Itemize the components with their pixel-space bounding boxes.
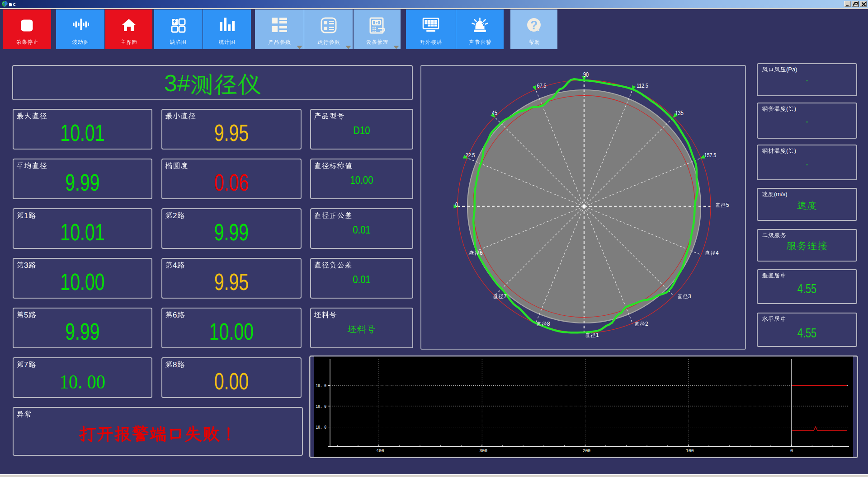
svg-text:): ) bbox=[794, 147, 796, 154]
svg-text:2: 2 bbox=[173, 211, 177, 220]
svg-text:3#: 3# bbox=[164, 70, 190, 96]
svg-text:6: 6 bbox=[173, 311, 177, 319]
svg-text:(Pa): (Pa) bbox=[786, 66, 797, 73]
svg-text:4: 4 bbox=[173, 261, 177, 270]
svg-text:7: 7 bbox=[504, 293, 507, 299]
svg-text:?: ? bbox=[530, 19, 538, 32]
svg-text:3: 3 bbox=[24, 261, 28, 270]
svg-text:-100: -100 bbox=[683, 449, 694, 454]
svg-text:10. 0: 10. 0 bbox=[316, 383, 327, 388]
svg-text:7: 7 bbox=[24, 360, 28, 369]
svg-text:8: 8 bbox=[173, 360, 177, 369]
svg-text:-200: -200 bbox=[580, 449, 591, 454]
svg-text:10. 0: 10. 0 bbox=[316, 404, 327, 409]
svg-text:-400: -400 bbox=[373, 449, 384, 454]
svg-text:4: 4 bbox=[716, 250, 719, 256]
svg-text:(m/s): (m/s) bbox=[774, 191, 788, 197]
svg-text:3: 3 bbox=[688, 293, 691, 299]
svg-text:(: ( bbox=[786, 105, 788, 112]
svg-text:0: 0 bbox=[790, 449, 793, 454]
svg-text:8: 8 bbox=[547, 321, 550, 327]
svg-text:1: 1 bbox=[596, 332, 599, 338]
svg-text:-300: -300 bbox=[477, 449, 488, 454]
svg-text:5: 5 bbox=[726, 202, 729, 208]
svg-text:1: 1 bbox=[24, 211, 28, 220]
svg-text:5: 5 bbox=[24, 311, 28, 319]
svg-text:2: 2 bbox=[645, 321, 648, 327]
svg-text:(: ( bbox=[786, 147, 788, 154]
svg-text:6: 6 bbox=[480, 250, 483, 256]
svg-text:10. 0: 10. 0 bbox=[316, 425, 327, 430]
svg-text:): ) bbox=[794, 105, 796, 112]
